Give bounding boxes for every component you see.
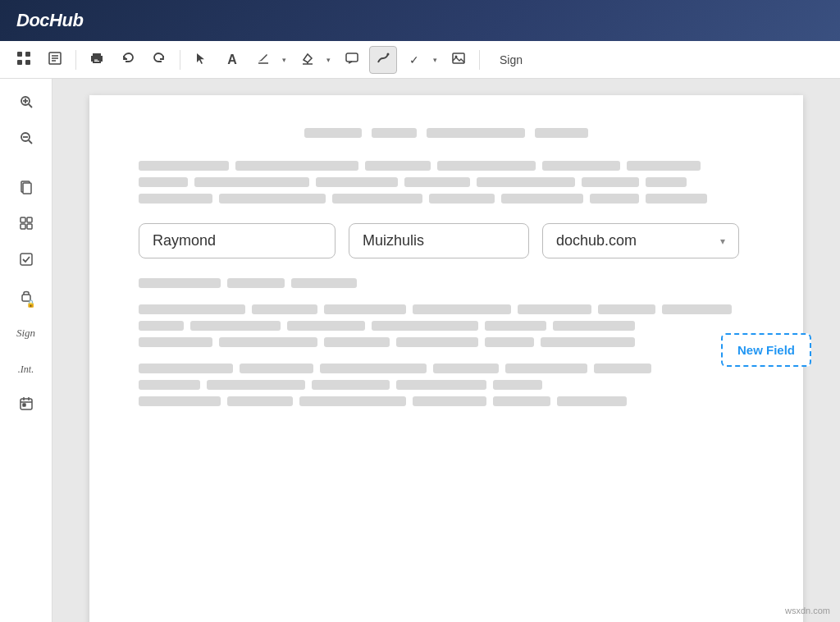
thumbnails-icon (19, 216, 34, 235)
doc-para-1 (139, 161, 754, 204)
zoom-out-button[interactable] (8, 123, 44, 156)
sign-button[interactable]: Sign (486, 46, 536, 74)
svg-rect-24 (21, 217, 25, 222)
svg-rect-30 (21, 399, 32, 409)
document-view-button[interactable] (41, 46, 69, 74)
calendar-button[interactable] (8, 389, 44, 422)
ph-1-6 (627, 161, 701, 171)
ph-b1-1 (139, 304, 245, 314)
svg-line-18 (29, 104, 32, 107)
image-icon (452, 52, 465, 68)
ph-3-7 (646, 194, 707, 204)
main-toolbar: A ▾ ▾ (0, 41, 840, 79)
svg-rect-28 (21, 254, 32, 265)
doc-para-2 (139, 304, 754, 347)
ph-c1-3 (320, 364, 427, 373)
text-button[interactable]: A (218, 46, 246, 74)
domain-chevron-icon: ▾ (720, 236, 725, 247)
highlight-dropdown-button[interactable]: ▾ (322, 46, 335, 74)
ph-2-2 (194, 177, 309, 187)
ph-header-3 (427, 128, 525, 138)
form-fields-row: Raymond Muizhulis dochub.com ▾ (139, 223, 754, 258)
watermark: wsxdn.com (785, 606, 830, 615)
ph-c2-5 (493, 380, 542, 390)
lock-fields-button[interactable]: 🔒 (8, 281, 44, 313)
last-name-value: Muizhulis (363, 232, 424, 249)
pen-dropdown-button[interactable]: ▾ (277, 46, 290, 74)
pages-icon (19, 180, 34, 199)
image-button[interactable] (445, 46, 472, 74)
left-sidebar: 🔒 Sign .Int. (0, 79, 52, 622)
svg-rect-25 (27, 217, 32, 222)
print-button[interactable] (83, 46, 111, 74)
last-name-field[interactable]: Muizhulis (349, 223, 529, 258)
document-page: Raymond Muizhulis dochub.com ▾ New Field (89, 95, 803, 622)
apps-grid-button[interactable] (10, 46, 38, 74)
pen-button-group: ▾ (249, 46, 290, 74)
highlight-button-group: ▾ (294, 46, 335, 74)
ph-1-5 (542, 161, 620, 171)
annotations-button[interactable] (8, 245, 44, 277)
pages-button[interactable] (8, 172, 44, 205)
ph-c2-2 (207, 380, 305, 390)
ph-2-4 (404, 177, 470, 187)
ph-2-1 (139, 177, 188, 187)
new-field-label: New Field (737, 343, 795, 357)
ph-1-3 (365, 161, 431, 171)
ph-c3-1 (139, 396, 221, 406)
redo-button[interactable] (145, 46, 173, 74)
zoom-in-button[interactable] (8, 87, 44, 120)
checkmark-button[interactable]: ✓ (400, 46, 428, 74)
ph-c2-3 (312, 380, 390, 390)
main-content: 🔒 Sign .Int. (0, 79, 840, 622)
ph-b3-1 (139, 337, 212, 347)
svg-rect-0 (17, 52, 22, 57)
svg-rect-1 (25, 52, 30, 57)
sign-label: Sign (500, 53, 523, 66)
ph-b2-5 (485, 321, 546, 331)
ph-c1-2 (240, 364, 313, 373)
ph-c1-4 (433, 364, 499, 373)
first-name-field[interactable]: Raymond (139, 223, 336, 258)
lock-icon: 🔒 (20, 289, 33, 306)
ph-3-4 (429, 194, 495, 204)
highlight-button[interactable] (294, 46, 322, 74)
svg-rect-2 (17, 60, 22, 65)
thumbnails-button[interactable] (8, 208, 44, 241)
ph-b1-4 (413, 304, 511, 314)
draw-button[interactable] (369, 46, 397, 74)
watermark-text: wsxdn.com (785, 606, 830, 615)
sign-tool-button[interactable]: Sign (8, 317, 44, 350)
ph-c1-5 (505, 364, 587, 373)
ph-c3-4 (413, 396, 486, 406)
separator-1 (75, 50, 76, 70)
ph-3-1 (139, 194, 212, 204)
svg-rect-27 (27, 224, 32, 229)
undo-button[interactable] (114, 46, 142, 74)
ph-af-2 (227, 278, 285, 288)
separator-3 (479, 50, 480, 70)
pen-button[interactable] (249, 46, 277, 74)
domain-field[interactable]: dochub.com ▾ (542, 223, 739, 258)
doc-header-lines (139, 128, 754, 138)
new-field-bubble[interactable]: New Field (721, 333, 811, 367)
cursor-button[interactable] (187, 46, 215, 74)
ph-3-5 (501, 194, 583, 204)
ph-c2-4 (396, 380, 486, 390)
text-icon: A (227, 53, 237, 67)
initials-button[interactable]: .Int. (8, 353, 44, 386)
ph-b1-2 (252, 304, 317, 314)
ph-b1-3 (324, 304, 406, 314)
comment-button[interactable] (338, 46, 366, 74)
svg-rect-11 (346, 53, 358, 62)
checkmark-dropdown-button[interactable]: ▾ (428, 46, 441, 74)
ph-b3-4 (396, 337, 478, 347)
ph-b2-3 (287, 321, 365, 331)
ph-b2-6 (553, 321, 635, 331)
svg-rect-26 (21, 224, 25, 229)
sign-tool-icon: Sign (16, 327, 35, 340)
ph-2-6 (582, 177, 639, 187)
ph-b1-7 (662, 304, 732, 314)
logo-text: DocHub (16, 10, 83, 30)
ph-1-2 (235, 161, 358, 171)
